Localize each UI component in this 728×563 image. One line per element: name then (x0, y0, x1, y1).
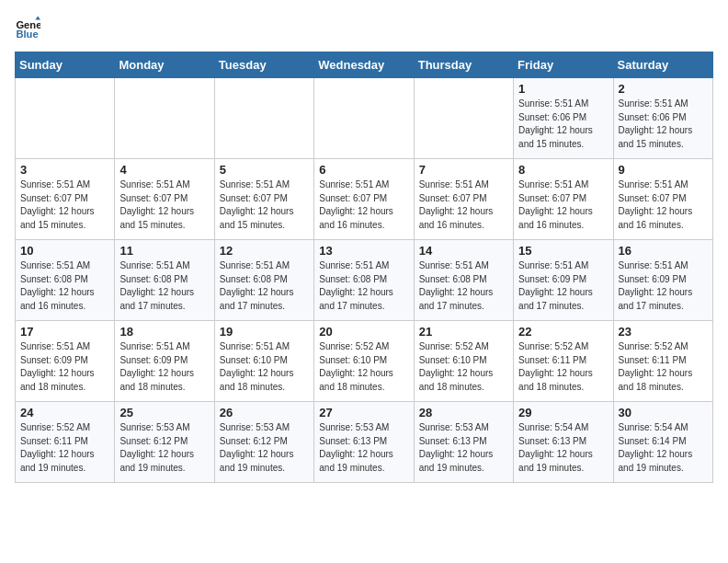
day-number: 1 (518, 82, 608, 96)
day-number: 26 (220, 406, 309, 419)
day-number: 27 (319, 406, 408, 419)
day-cell: 28Sunrise: 5:53 AM Sunset: 6:13 PM Dayli… (414, 402, 513, 483)
day-number: 12 (220, 244, 309, 258)
day-number: 4 (119, 163, 209, 177)
day-cell: 9Sunrise: 5:51 AM Sunset: 6:07 PM Daylig… (613, 159, 712, 240)
day-cell: 12Sunrise: 5:51 AM Sunset: 6:08 PM Dayli… (214, 240, 313, 321)
day-cell: 2Sunrise: 5:51 AM Sunset: 6:06 PM Daylig… (613, 78, 712, 159)
week-row-4: 17Sunrise: 5:51 AM Sunset: 6:09 PM Dayli… (16, 321, 713, 402)
calendar-header: SundayMondayTuesdayWednesdayThursdayFrid… (16, 52, 713, 78)
day-number: 8 (518, 163, 608, 177)
day-cell: 15Sunrise: 5:51 AM Sunset: 6:09 PM Dayli… (514, 240, 613, 321)
day-info: Sunrise: 5:52 AM Sunset: 6:11 PM Dayligh… (619, 340, 708, 394)
day-info: Sunrise: 5:53 AM Sunset: 6:12 PM Dayligh… (220, 421, 309, 475)
day-number: 19 (220, 325, 309, 339)
day-cell: 25Sunrise: 5:53 AM Sunset: 6:12 PM Dayli… (115, 402, 214, 483)
day-number: 29 (518, 406, 608, 419)
logo: General Blue (15, 15, 46, 40)
day-info: Sunrise: 5:51 AM Sunset: 6:10 PM Dayligh… (220, 340, 309, 394)
day-number: 18 (119, 325, 209, 339)
day-cell: 11Sunrise: 5:51 AM Sunset: 6:08 PM Dayli… (115, 240, 214, 321)
day-number: 9 (619, 163, 708, 177)
day-info: Sunrise: 5:51 AM Sunset: 6:07 PM Dayligh… (20, 178, 109, 232)
day-cell: 26Sunrise: 5:53 AM Sunset: 6:12 PM Dayli… (214, 402, 313, 483)
day-number: 15 (518, 244, 608, 258)
day-info: Sunrise: 5:51 AM Sunset: 6:08 PM Dayligh… (20, 259, 109, 313)
day-number: 30 (619, 406, 708, 419)
day-number: 24 (20, 406, 109, 419)
day-cell: 10Sunrise: 5:51 AM Sunset: 6:08 PM Dayli… (16, 240, 115, 321)
day-cell: 18Sunrise: 5:51 AM Sunset: 6:09 PM Dayli… (115, 321, 214, 402)
day-info: Sunrise: 5:51 AM Sunset: 6:06 PM Dayligh… (518, 98, 608, 151)
calendar-table: SundayMondayTuesdayWednesdayThursdayFrid… (15, 52, 713, 483)
day-number: 14 (419, 244, 508, 258)
column-header-wednesday: Wednesday (314, 52, 414, 78)
day-info: Sunrise: 5:51 AM Sunset: 6:08 PM Dayligh… (319, 259, 408, 313)
day-cell: 7Sunrise: 5:51 AM Sunset: 6:07 PM Daylig… (414, 159, 513, 240)
day-info: Sunrise: 5:51 AM Sunset: 6:08 PM Dayligh… (220, 259, 309, 313)
week-row-5: 24Sunrise: 5:52 AM Sunset: 6:11 PM Dayli… (16, 402, 713, 483)
day-cell: 8Sunrise: 5:51 AM Sunset: 6:07 PM Daylig… (514, 159, 613, 240)
week-row-2: 3Sunrise: 5:51 AM Sunset: 6:07 PM Daylig… (16, 159, 713, 240)
day-number: 23 (619, 325, 708, 339)
week-row-1: 1Sunrise: 5:51 AM Sunset: 6:06 PM Daylig… (16, 78, 713, 159)
day-number: 22 (518, 325, 608, 339)
day-cell: 13Sunrise: 5:51 AM Sunset: 6:08 PM Dayli… (314, 240, 414, 321)
column-header-sunday: Sunday (16, 52, 115, 78)
day-number: 2 (619, 82, 708, 96)
day-cell: 22Sunrise: 5:52 AM Sunset: 6:11 PM Dayli… (514, 321, 613, 402)
day-info: Sunrise: 5:51 AM Sunset: 6:07 PM Dayligh… (419, 178, 508, 232)
day-number: 25 (119, 406, 209, 419)
day-info: Sunrise: 5:53 AM Sunset: 6:13 PM Dayligh… (419, 421, 508, 475)
day-info: Sunrise: 5:52 AM Sunset: 6:11 PM Dayligh… (518, 340, 608, 394)
day-cell: 1Sunrise: 5:51 AM Sunset: 6:06 PM Daylig… (514, 78, 613, 159)
day-info: Sunrise: 5:51 AM Sunset: 6:07 PM Dayligh… (518, 178, 608, 232)
day-number: 5 (220, 163, 309, 177)
day-info: Sunrise: 5:51 AM Sunset: 6:08 PM Dayligh… (419, 259, 508, 313)
day-info: Sunrise: 5:51 AM Sunset: 6:07 PM Dayligh… (319, 178, 408, 232)
day-info: Sunrise: 5:51 AM Sunset: 6:09 PM Dayligh… (518, 259, 608, 313)
day-cell: 4Sunrise: 5:51 AM Sunset: 6:07 PM Daylig… (115, 159, 214, 240)
day-cell (115, 78, 214, 159)
day-number: 11 (119, 244, 209, 258)
day-info: Sunrise: 5:51 AM Sunset: 6:09 PM Dayligh… (20, 340, 109, 394)
day-cell: 21Sunrise: 5:52 AM Sunset: 6:10 PM Dayli… (414, 321, 513, 402)
day-info: Sunrise: 5:51 AM Sunset: 6:06 PM Dayligh… (619, 98, 708, 151)
column-header-saturday: Saturday (613, 52, 712, 78)
day-cell: 6Sunrise: 5:51 AM Sunset: 6:07 PM Daylig… (314, 159, 414, 240)
column-header-friday: Friday (514, 52, 613, 78)
day-info: Sunrise: 5:53 AM Sunset: 6:12 PM Dayligh… (119, 421, 209, 475)
day-cell: 3Sunrise: 5:51 AM Sunset: 6:07 PM Daylig… (16, 159, 115, 240)
page-header: General Blue (15, 15, 713, 40)
day-number: 3 (20, 163, 109, 177)
day-info: Sunrise: 5:51 AM Sunset: 6:08 PM Dayligh… (119, 259, 209, 313)
column-header-monday: Monday (115, 52, 214, 78)
day-number: 20 (319, 325, 408, 339)
day-cell: 24Sunrise: 5:52 AM Sunset: 6:11 PM Dayli… (16, 402, 115, 483)
day-cell: 17Sunrise: 5:51 AM Sunset: 6:09 PM Dayli… (16, 321, 115, 402)
day-info: Sunrise: 5:52 AM Sunset: 6:11 PM Dayligh… (20, 421, 109, 475)
day-cell: 30Sunrise: 5:54 AM Sunset: 6:14 PM Dayli… (613, 402, 712, 483)
day-number: 6 (319, 163, 408, 177)
day-info: Sunrise: 5:52 AM Sunset: 6:10 PM Dayligh… (419, 340, 508, 394)
svg-marker-2 (35, 16, 40, 19)
day-cell: 19Sunrise: 5:51 AM Sunset: 6:10 PM Dayli… (214, 321, 313, 402)
day-cell (16, 78, 115, 159)
day-info: Sunrise: 5:51 AM Sunset: 6:09 PM Dayligh… (619, 259, 708, 313)
day-cell: 23Sunrise: 5:52 AM Sunset: 6:11 PM Dayli… (613, 321, 712, 402)
day-cell (214, 78, 313, 159)
column-header-tuesday: Tuesday (214, 52, 313, 78)
day-number: 17 (20, 325, 109, 339)
day-cell (314, 78, 414, 159)
day-number: 13 (319, 244, 408, 258)
day-number: 21 (419, 325, 508, 339)
day-cell: 14Sunrise: 5:51 AM Sunset: 6:08 PM Dayli… (414, 240, 513, 321)
day-cell: 20Sunrise: 5:52 AM Sunset: 6:10 PM Dayli… (314, 321, 414, 402)
day-info: Sunrise: 5:51 AM Sunset: 6:09 PM Dayligh… (119, 340, 209, 394)
day-cell (414, 78, 513, 159)
day-info: Sunrise: 5:51 AM Sunset: 6:07 PM Dayligh… (220, 178, 309, 232)
column-header-thursday: Thursday (414, 52, 513, 78)
day-info: Sunrise: 5:53 AM Sunset: 6:13 PM Dayligh… (319, 421, 408, 475)
day-number: 7 (419, 163, 508, 177)
day-info: Sunrise: 5:52 AM Sunset: 6:10 PM Dayligh… (319, 340, 408, 394)
